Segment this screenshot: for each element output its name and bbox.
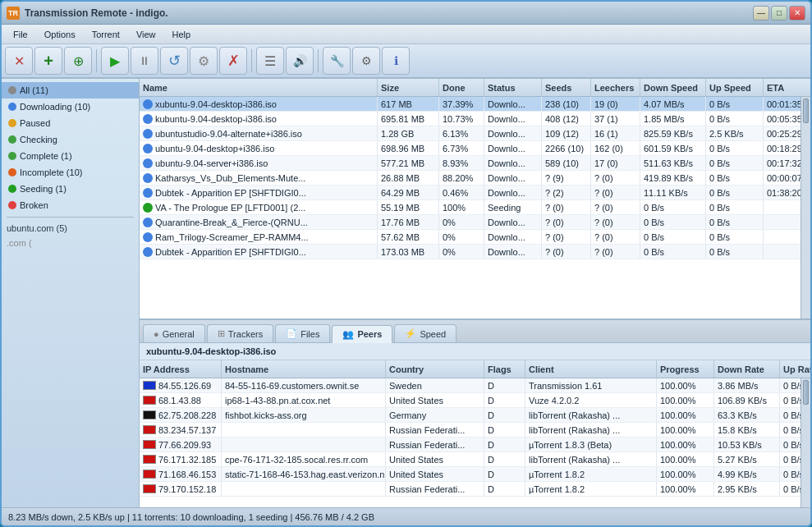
tabs-bar: ● General ⊞ Trackers 📄 Files 👥 Peers (140, 320, 810, 343)
sidebar-server-2[interactable]: .com ( (2, 236, 139, 250)
flag-icon (143, 484, 156, 493)
menu-torrent[interactable]: Torrent (84, 28, 128, 41)
peer-col-flags: Flags (484, 360, 525, 378)
torrent-status: Downlo... (484, 97, 542, 111)
wrench-button[interactable]: 🔧 (323, 47, 351, 75)
menu-view[interactable]: View (128, 28, 164, 41)
peer-row[interactable]: 62.75.208.228 fishbot.kicks-ass.org Germ… (140, 408, 801, 423)
torrent-name: ubuntustudio-9.04-alternate+i386.iso (140, 126, 378, 140)
torrent-row[interactable]: xubuntu-9.04-desktop-i386.iso 617 MB 37.… (140, 97, 801, 112)
start-button[interactable]: ▶ (101, 47, 129, 75)
main-window: TR Transmission Remote - indigo. — □ ✕ F… (0, 0, 812, 527)
peer-row[interactable]: 84.55.126.69 84-55-116-69.customers.owni… (140, 378, 801, 393)
torrent-done: 6.13% (439, 126, 484, 140)
add-button[interactable]: + (34, 47, 62, 75)
torrent-size: 26.88 MB (378, 171, 439, 185)
peer-up-rate: 0 B/s (780, 467, 801, 481)
peers-scrollbar[interactable] (801, 378, 810, 507)
peer-row[interactable]: 77.66.209.93 Russian Federati... D µTorr… (140, 438, 801, 452)
refresh-button[interactable]: ↺ (160, 47, 188, 75)
menu-help[interactable]: Help (164, 28, 200, 41)
torrent-row[interactable]: VA - The Prologue EP [LFTD001] (2... 55.… (140, 200, 801, 215)
menu-file[interactable]: File (5, 28, 36, 41)
torrent-row[interactable]: ubuntu-9.04-server+i386.iso 577.21 MB 8.… (140, 156, 801, 171)
peer-row[interactable]: 71.168.46.153 static-71-168-46-153.hag.e… (140, 467, 801, 482)
filter-button[interactable]: ☰ (256, 47, 284, 75)
sidebar-item-downloading[interactable]: Downloading (10) (2, 99, 139, 115)
torrent-row[interactable]: Dubtek - Apparition EP [SHFTDIGI0... 173… (140, 245, 801, 259)
peers-body[interactable]: 84.55.126.69 84-55-116-69.customers.owni… (140, 378, 801, 507)
torrent-scrollbar-thumb[interactable] (803, 99, 809, 123)
col-name: Name (140, 79, 378, 96)
config-button[interactable]: ⚙ (352, 47, 380, 75)
peer-row[interactable]: 76.171.32.185 cpe-76-171-32-185.socal.re… (140, 452, 801, 467)
torrent-row[interactable]: Quarantine-Break_&_Fierce-(QRNU... 17.76… (140, 215, 801, 230)
torrent-up-speed: 0 B/s (706, 215, 764, 229)
torrent-done: 6.73% (439, 141, 484, 155)
torrent-eta: 00:00:07 (764, 171, 801, 185)
torrent-down-speed: 0 B/s (640, 245, 706, 259)
tab-speed[interactable]: ⚡ Speed (394, 324, 456, 342)
peer-flags: D (484, 378, 525, 392)
peer-down-rate: 3.86 MB/s (714, 378, 780, 392)
sound-button[interactable]: 🔊 (286, 47, 314, 75)
peer-col-host: Hostname (222, 360, 386, 378)
delete-button[interactable]: ✗ (219, 47, 247, 75)
peer-down-rate: 106.89 KB/s (714, 393, 780, 407)
close-button[interactable]: ✕ (789, 6, 805, 21)
peer-ip: 83.234.57.137 (140, 423, 222, 437)
sidebar-item-all[interactable]: All (11) (2, 82, 139, 99)
add-url-button[interactable]: ⊕ (64, 47, 92, 75)
broken-dot (8, 201, 16, 209)
torrent-eta: 00:25:29 (764, 126, 801, 140)
flag-icon (143, 410, 156, 419)
status-text: 8.23 MB/s down, 2.5 KB/s up | 11 torrent… (8, 512, 374, 522)
torrent-row[interactable]: kubuntu-9.04-desktop-i386.iso 695.81 MB … (140, 112, 801, 126)
torrent-row[interactable]: Dubtek - Apparition EP [SHFTDIGI0... 64.… (140, 186, 801, 200)
menu-options[interactable]: Options (36, 28, 84, 41)
peer-ip: 79.170.152.18 (140, 482, 222, 496)
torrent-row[interactable]: ubuntustudio-9.04-alternate+i386.iso 1.2… (140, 126, 801, 141)
sidebar-item-checking[interactable]: Checking (2, 131, 139, 148)
info-button[interactable]: ℹ (382, 47, 410, 75)
peer-progress: 100.00% (657, 438, 714, 451)
sidebar-item-paused[interactable]: Paused (2, 115, 139, 131)
torrent-leechers: 37 (1) (591, 112, 640, 126)
torrent-row[interactable]: Ram_Trilogy-Screamer_EP-RAMM4... 57.62 M… (140, 230, 801, 245)
tab-peers[interactable]: 👥 Peers (332, 325, 392, 343)
peer-row[interactable]: 83.234.57.137 Russian Federati... D libT… (140, 423, 801, 438)
maximize-button[interactable]: □ (771, 6, 787, 21)
peer-down-rate: 15.8 KB/s (714, 423, 780, 437)
sidebar-server-1[interactable]: ubuntu.com (5) (2, 221, 139, 236)
torrent-row[interactable]: ubuntu-9.04-desktop+i386.iso 698.96 MB 6… (140, 141, 801, 156)
settings-button[interactable]: ⚙ (190, 47, 218, 75)
pause-button[interactable]: ⏸ (131, 47, 158, 75)
sidebar-label-complete: Complete (1) (20, 151, 72, 161)
torrent-scrollbar[interactable] (801, 97, 810, 318)
peer-row[interactable]: 68.1.43.88 ip68-1-43-88.pn.at.cox.net Un… (140, 393, 801, 408)
sidebar-label-paused: Paused (20, 118, 50, 128)
peer-flags: D (484, 438, 525, 451)
torrent-row[interactable]: Katharsys_Vs_Dub_Elements-Mute... 26.88 … (140, 171, 801, 186)
sidebar-item-seeding[interactable]: Seeding (1) (2, 181, 139, 197)
torrent-leechers: ? (0) (591, 230, 640, 244)
minimize-button[interactable]: — (753, 6, 769, 21)
torrent-table-body[interactable]: xubuntu-9.04-desktop-i386.iso 617 MB 37.… (140, 97, 801, 318)
peer-client: µTorrent 1.8.3 (Beta) (525, 438, 657, 451)
sidebar-label-incomplete: Incomplete (10) (20, 167, 82, 177)
peer-row[interactable]: 79.170.152.18 Russian Federati... D µTor… (140, 482, 801, 497)
tab-trackers[interactable]: ⊞ Trackers (207, 324, 273, 342)
peers-scrollbar-thumb[interactable] (803, 380, 809, 405)
torrent-list-scroll: xubuntu-9.04-desktop-i386.iso 617 MB 37.… (140, 97, 810, 318)
tab-general[interactable]: ● General (143, 324, 205, 342)
sidebar-item-broken[interactable]: Broken (2, 197, 139, 213)
torrent-leechers: 16 (1) (591, 126, 640, 140)
toolbar-separator-2 (251, 49, 252, 72)
remove-button[interactable]: ✕ (5, 47, 33, 75)
tab-files[interactable]: 📄 Files (275, 324, 330, 342)
sidebar-item-complete[interactable]: Complete (1) (2, 148, 139, 164)
torrent-size: 173.03 MB (378, 245, 439, 259)
flag-icon (143, 381, 156, 390)
sidebar-item-incomplete[interactable]: Incomplete (10) (2, 164, 139, 181)
torrent-seeds: 238 (10) (542, 97, 591, 111)
